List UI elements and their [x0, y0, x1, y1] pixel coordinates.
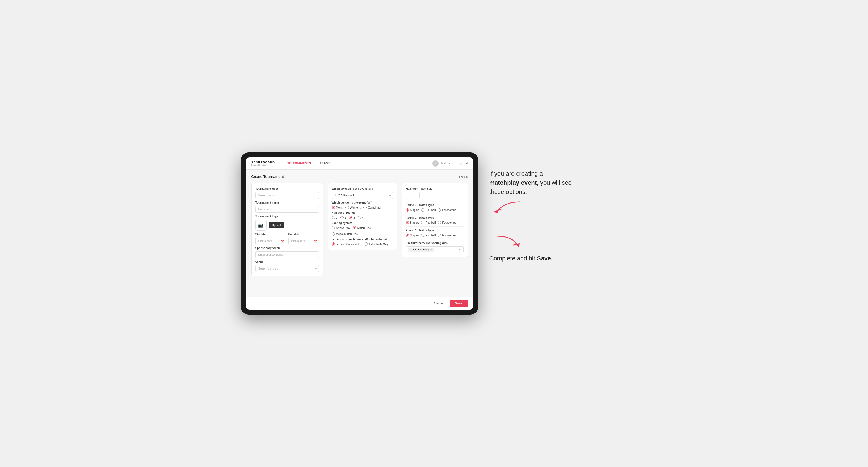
end-date-wrap: 📅	[288, 238, 319, 244]
name-label: Tournament name	[255, 201, 319, 204]
left-form-section: Tournament Host Tournament name Tourname…	[251, 183, 323, 276]
max-team-label: Maximum Team Size	[406, 187, 464, 190]
divider-1	[406, 201, 464, 201]
round3-radio-group: Singles Fourball Foursomes	[406, 234, 464, 237]
host-field: Tournament Host	[255, 187, 319, 199]
max-team-field: Maximum Team Size 5	[406, 187, 464, 199]
middle-form-section: Which division is the event for? NCAA Di…	[328, 183, 397, 250]
logo-placeholder: 📷	[255, 220, 267, 230]
annotation-arrow-top	[489, 199, 523, 216]
avatar: T	[432, 160, 439, 166]
gender-label: Which gender is the event for?	[332, 201, 393, 204]
annotation-bottom-bold: Save.	[537, 255, 553, 262]
r1-singles[interactable]: Singles	[406, 208, 419, 212]
page-wrapper: SCOREBOARD Powered by clippit TOURNAMENT…	[241, 152, 627, 315]
teams-option[interactable]: Teams (+Individuals)	[332, 243, 362, 246]
gender-field: Which gender is the event for? Mens Wome…	[332, 201, 393, 209]
tablet-screen: SCOREBOARD Powered by clippit TOURNAMENT…	[246, 157, 473, 310]
upload-button[interactable]: Upload	[269, 222, 284, 228]
round-3[interactable]: 3	[349, 216, 355, 219]
r3-singles[interactable]: Singles	[406, 234, 419, 237]
back-button[interactable]: ‹ Back	[459, 175, 468, 178]
venue-input[interactable]	[255, 265, 319, 272]
r1-foursomes[interactable]: Foursomes	[438, 208, 456, 212]
gender-womens[interactable]: Womens	[345, 206, 361, 209]
sign-out-link[interactable]: Sign out	[458, 162, 468, 165]
user-name: Test User	[441, 162, 453, 165]
divider-4	[406, 239, 464, 240]
r2-fourball[interactable]: Fourball	[421, 221, 436, 224]
r1-fourball[interactable]: Fourball	[421, 208, 436, 212]
scoring-stroke[interactable]: Stroke Play	[332, 226, 350, 229]
teams-label: Is this event for Teams and/or Individua…	[332, 238, 393, 241]
logo-label: Tournament logo	[255, 215, 319, 218]
annotation-top: If you are creating a matchplay event, y…	[489, 169, 627, 217]
round-2[interactable]: 2	[340, 216, 346, 219]
scoring-match[interactable]: Match Play	[353, 226, 371, 229]
middle-column: Which division is the event for? NCAA Di…	[328, 183, 397, 276]
form-grid: Tournament Host Tournament name Tourname…	[251, 183, 468, 276]
tag-remove-button[interactable]: ×	[431, 248, 432, 251]
third-party-tag-input: Leaderboard King × ▼	[406, 246, 464, 253]
svg-marker-0	[494, 210, 499, 214]
main-content: Create Tournament ‹ Back Tournament Host	[246, 169, 473, 297]
form-footer: Cancel Save	[246, 297, 473, 310]
r3-fourball[interactable]: Fourball	[421, 234, 436, 237]
venue-select-wrap	[255, 265, 319, 272]
max-team-input[interactable]: 5	[406, 192, 420, 199]
start-date-wrap: 📅	[255, 238, 286, 244]
sponsor-field: Sponsor (optional)	[255, 247, 319, 258]
scoring-medal[interactable]: Medal Match Play	[332, 232, 358, 236]
individuals-option[interactable]: Individuals Only	[365, 243, 389, 246]
start-date-input[interactable]	[255, 238, 286, 244]
sponsor-input[interactable]	[255, 251, 319, 258]
annotations: If you are creating a matchplay event, y…	[489, 152, 627, 285]
tablet-device: SCOREBOARD Powered by clippit TOURNAMENT…	[241, 152, 478, 315]
division-field: Which division is the event for? NCAA Di…	[332, 187, 393, 199]
rounds-field: Number of rounds 1 2	[332, 211, 393, 219]
scoring-field: Scoring system Stroke Play Match Play	[332, 221, 393, 236]
third-party-field: Use third-party live scoring API? Leader…	[406, 242, 464, 253]
annotation-top-normal: If you are creating a	[489, 170, 543, 177]
brand-title: SCOREBOARD	[251, 161, 275, 164]
page-title: Create Tournament	[251, 175, 284, 179]
cancel-button[interactable]: Cancel	[431, 300, 447, 307]
division-label: Which division is the event for?	[332, 187, 393, 190]
round3-field: Round 3 - Match Type Singles Fourball	[406, 229, 464, 237]
nav-right: T Test User | Sign out	[432, 160, 468, 166]
venue-label: Venue	[255, 260, 319, 263]
save-button[interactable]: Save	[450, 300, 468, 307]
brand-sub: Powered by clippit	[251, 164, 275, 166]
round2-label: Round 2 - Match Type	[406, 216, 464, 219]
r2-singles[interactable]: Singles	[406, 221, 419, 224]
annotation-top-bold: matchplay event,	[489, 179, 539, 186]
rounds-radio-group: 1 2 3	[332, 216, 393, 219]
r2-foursomes[interactable]: Foursomes	[438, 221, 456, 224]
annotation-arrow-bottom	[489, 234, 523, 250]
tab-teams[interactable]: TEAMS	[315, 157, 335, 169]
nav-bar: SCOREBOARD Powered by clippit TOURNAMENT…	[246, 157, 473, 169]
host-input[interactable]	[255, 192, 319, 199]
annotation-bottom: Complete and hit Save.	[489, 234, 627, 263]
svg-marker-1	[516, 243, 520, 248]
round2-radio-group: Singles Fourball Foursomes	[406, 221, 464, 224]
nav-tabs: TOURNAMENTS TEAMS	[283, 157, 335, 169]
tab-tournaments[interactable]: TOURNAMENTS	[283, 157, 315, 169]
gender-combined[interactable]: Combined	[364, 206, 380, 209]
end-date-input[interactable]	[288, 238, 319, 244]
rounds-label: Number of rounds	[332, 211, 393, 214]
scoring-radio-group: Stroke Play Match Play Medal Match Play	[332, 226, 393, 236]
page-header: Create Tournament ‹ Back	[251, 175, 468, 179]
divider-3	[406, 226, 464, 227]
logo-field: Tournament logo 📷 Upload	[255, 215, 319, 230]
round-4[interactable]: 4	[358, 216, 364, 219]
tag-dropdown-icon[interactable]: ▼	[459, 248, 461, 251]
division-select[interactable]: NCAA Division I NCAA Division II NCAA Di…	[332, 192, 393, 199]
third-party-label: Use third-party live scoring API?	[406, 242, 464, 245]
r3-foursomes[interactable]: Foursomes	[438, 234, 456, 237]
name-input[interactable]	[255, 206, 319, 213]
gender-mens[interactable]: Mens	[332, 206, 343, 209]
date-fields: Start date 📅 End date	[255, 233, 319, 244]
round-1[interactable]: 1	[332, 216, 338, 219]
sponsor-label: Sponsor (optional)	[255, 247, 319, 250]
